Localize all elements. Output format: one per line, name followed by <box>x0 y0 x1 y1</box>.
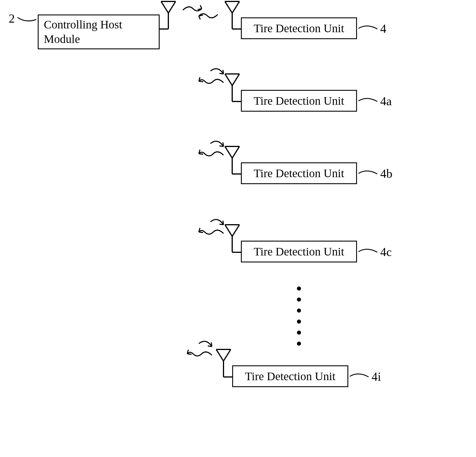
detection-ref-label: 4c <box>380 245 392 259</box>
tire-detection-unit-box: Tire Detection Unit <box>241 162 357 184</box>
svg-point-19 <box>297 331 301 335</box>
detection-ref-label: 4i <box>372 370 381 384</box>
detection-leader-line <box>348 371 370 381</box>
detection-unit-label: Tire Detection Unit <box>254 94 344 108</box>
detection-unit-label: Tire Detection Unit <box>254 21 344 36</box>
detection-ref-label: 4a <box>380 94 392 108</box>
detection-unit-label: Tire Detection Unit <box>245 369 336 384</box>
svg-point-16 <box>297 298 301 302</box>
detection-leader-line <box>357 168 379 178</box>
vertical-ellipsis-icon <box>295 283 303 349</box>
detection-leader-line <box>357 23 379 33</box>
detection-antenna-icon <box>223 220 241 255</box>
host-label: Controlling Host Module <box>44 17 122 46</box>
detection-antenna-icon <box>223 0 241 32</box>
svg-point-17 <box>297 309 301 313</box>
wireless-system-diagram: 2 Controlling Host Module Tire Detection… <box>0 0 476 457</box>
signal-waves-icon <box>183 339 218 362</box>
controlling-host-module-box: Controlling Host Module <box>38 14 160 49</box>
detection-ref-label: 4 <box>380 22 386 36</box>
detection-ref-label: 4b <box>380 167 392 181</box>
detection-leader-line <box>357 96 379 106</box>
signal-waves-icon <box>181 3 219 23</box>
detection-antenna-icon <box>215 345 232 380</box>
tire-detection-unit-box: Tire Detection Unit <box>241 17 357 39</box>
svg-point-20 <box>297 342 301 346</box>
tire-detection-unit-box: Tire Detection Unit <box>241 90 357 112</box>
detection-leader-line <box>357 246 379 257</box>
tire-detection-unit-box: Tire Detection Unit <box>232 365 348 387</box>
svg-point-18 <box>297 320 301 324</box>
detection-antenna-icon <box>223 70 241 104</box>
tire-detection-unit-box: Tire Detection Unit <box>241 241 357 262</box>
host-ref-label: 2 <box>9 12 15 26</box>
detection-unit-label: Tire Detection Unit <box>254 166 344 181</box>
detection-antenna-icon <box>223 142 241 177</box>
host-antenna-icon <box>160 0 177 32</box>
detection-unit-label: Tire Detection Unit <box>254 244 344 259</box>
host-leader-line <box>16 16 38 25</box>
svg-point-15 <box>297 286 301 291</box>
